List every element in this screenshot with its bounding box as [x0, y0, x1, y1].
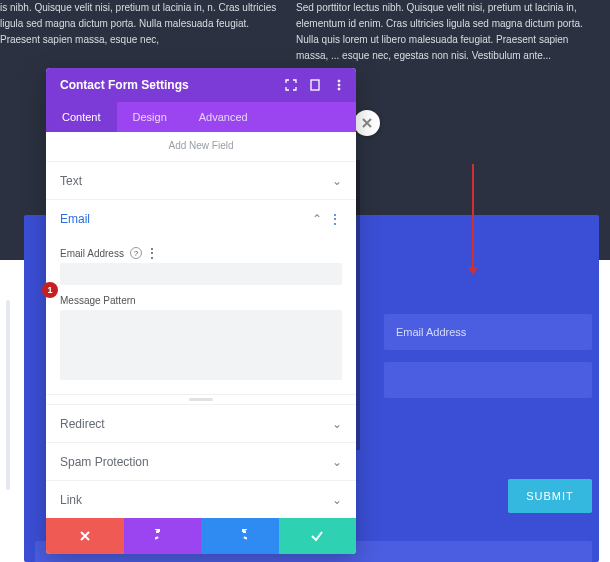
email-address-label: Email Address	[60, 248, 124, 259]
field-options-icon[interactable]: ⋮	[146, 247, 158, 259]
add-new-field[interactable]: Add New Field	[46, 132, 356, 161]
dark-text-left: is nibh. Quisque velit nisi, pretium ut …	[0, 0, 280, 48]
check-icon	[310, 529, 324, 543]
close-icon	[78, 529, 92, 543]
annotation-arrow	[472, 164, 474, 274]
tab-content[interactable]: Content	[46, 102, 117, 132]
tab-advanced[interactable]: Advanced	[183, 102, 264, 132]
undo-button[interactable]	[124, 518, 202, 554]
section-email[interactable]: Email ⌃ ⋮	[46, 199, 356, 237]
section-resize-handle[interactable]	[46, 394, 356, 404]
page-left-gutter	[0, 268, 24, 562]
svg-point-2	[338, 84, 340, 86]
modal-title: Contact Form Settings	[60, 78, 189, 92]
chevron-down-icon: ⌄	[332, 417, 342, 431]
dark-text-right: Sed porttitor lectus nibh. Quisque velit…	[296, 0, 596, 64]
module-close-button[interactable]	[354, 110, 380, 136]
expand-icon[interactable]	[284, 78, 298, 92]
form-email-field[interactable]: Email Address	[384, 314, 592, 350]
submit-button[interactable]: SUBMIT	[508, 479, 592, 513]
modal-body: Add New Field Text ⌄ Email ⌃ ⋮ Email Add…	[46, 132, 356, 518]
help-icon[interactable]: ?	[130, 247, 142, 259]
settings-modal: Contact Form Settings Content Design Adv…	[46, 68, 356, 554]
more-icon[interactable]	[332, 78, 346, 92]
discard-button[interactable]	[46, 518, 124, 554]
annotation-badge-1: 1	[42, 282, 58, 298]
section-link[interactable]: Link ⌄	[46, 480, 356, 518]
section-text[interactable]: Text ⌄	[46, 161, 356, 199]
message-pattern-label: Message Pattern	[60, 295, 136, 306]
svg-point-3	[338, 88, 340, 90]
modal-tabs: Content Design Advanced	[46, 102, 356, 132]
tab-design[interactable]: Design	[117, 102, 183, 132]
message-pattern-input[interactable]	[60, 310, 342, 380]
snap-icon[interactable]	[308, 78, 322, 92]
form-email-placeholder: Email Address	[396, 326, 466, 338]
chevron-down-icon: ⌄	[332, 493, 342, 507]
redo-button[interactable]	[201, 518, 279, 554]
modal-header[interactable]: Contact Form Settings	[46, 68, 356, 102]
section-redirect[interactable]: Redirect ⌄	[46, 404, 356, 442]
email-address-input[interactable]	[60, 263, 342, 285]
form-field-2[interactable]	[384, 362, 592, 398]
chevron-up-icon: ⌃	[312, 212, 322, 226]
svg-rect-0	[311, 80, 319, 90]
section-spam[interactable]: Spam Protection ⌄	[46, 442, 356, 480]
section-more-icon[interactable]: ⋮	[328, 212, 342, 226]
chevron-down-icon: ⌄	[332, 174, 342, 188]
close-icon	[361, 117, 373, 129]
undo-icon	[155, 529, 169, 543]
save-button[interactable]	[279, 518, 357, 554]
chevron-down-icon: ⌄	[332, 455, 342, 469]
modal-footer	[46, 518, 356, 554]
redo-icon	[233, 529, 247, 543]
section-email-content: Email Address ? ⋮ Message Pattern	[46, 237, 356, 394]
editor-rail	[6, 300, 10, 490]
svg-point-1	[338, 80, 340, 82]
